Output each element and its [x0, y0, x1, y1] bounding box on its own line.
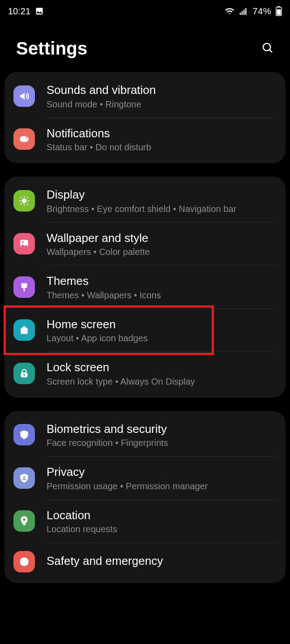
svg-line-9 — [269, 50, 272, 52]
settings-item-display[interactable]: Display Brightness • Eye comfort shield … — [4, 179, 286, 222]
svg-point-23 — [22, 242, 24, 243]
settings-item-title: Lock screen — [47, 360, 276, 375]
settings-item-title: Safety and emergency — [47, 554, 276, 568]
settings-group: Sounds and vibration Sound mode • Ringto… — [4, 72, 286, 163]
settings-list: Sounds and vibration Sound mode • Ringto… — [0, 72, 290, 583]
settings-item-biometrics[interactable]: Biometrics and security Face recognition… — [4, 414, 286, 457]
settings-item-lock-screen[interactable]: Lock screen Screen lock type • Always On… — [4, 352, 286, 395]
page-title: Settings — [16, 38, 87, 59]
status-time: 10:21 — [8, 6, 30, 17]
svg-rect-1 — [240, 13, 241, 15]
lock-icon — [13, 363, 35, 384]
settings-item-subtitle: Wallpapers • Color palette — [47, 247, 276, 257]
svg-point-30 — [20, 557, 29, 566]
svg-point-8 — [263, 43, 270, 51]
svg-rect-2 — [242, 11, 243, 15]
wifi-icon — [225, 6, 235, 16]
settings-item-subtitle: Location requests — [47, 524, 276, 534]
sun-icon — [13, 190, 35, 212]
picture-indicator-icon — [35, 7, 44, 16]
settings-item-safety[interactable]: Safety and emergency — [4, 543, 286, 580]
bell-icon — [13, 128, 35, 150]
svg-rect-3 — [243, 10, 245, 15]
settings-item-subtitle: Screen lock type • Always On Display — [47, 377, 276, 387]
shield-icon — [13, 424, 35, 445]
settings-item-subtitle: Permission usage • Permission manager — [47, 481, 276, 491]
svg-point-13 — [22, 198, 27, 203]
settings-item-home-screen[interactable]: Home screen Layout • App icon badges — [4, 309, 286, 352]
svg-point-29 — [23, 518, 25, 521]
settings-item-title: Notifications — [47, 126, 276, 141]
settings-item-subtitle: Themes • Wallpapers • Icons — [47, 290, 276, 301]
battery-percentage: 74% — [252, 6, 271, 17]
settings-item-subtitle: Face recognition • Fingerprints — [47, 438, 276, 448]
settings-item-sounds[interactable]: Sounds and vibration Sound mode • Ringto… — [4, 75, 286, 118]
picture-icon — [13, 233, 35, 254]
home-icon — [13, 319, 35, 341]
settings-header: Settings — [0, 22, 290, 72]
settings-item-themes[interactable]: Themes Themes • Wallpapers • Icons — [4, 266, 286, 309]
settings-item-title: Display — [47, 187, 276, 202]
privacy-icon — [13, 467, 35, 489]
status-bar: 10:21 74% — [0, 0, 290, 22]
search-button[interactable] — [258, 39, 277, 59]
settings-item-title: Biometrics and security — [47, 422, 276, 436]
battery-icon — [276, 6, 282, 16]
settings-item-title: Wallpaper and style — [47, 231, 276, 246]
settings-item-title: Home screen — [47, 317, 276, 332]
sos-icon — [13, 551, 35, 572]
location-icon — [13, 510, 35, 532]
settings-item-location[interactable]: Location Location requests — [4, 500, 286, 543]
settings-item-title: Privacy — [47, 465, 276, 479]
svg-rect-7 — [277, 9, 281, 15]
settings-item-subtitle: Layout • App icon badges — [47, 333, 276, 343]
svg-rect-27 — [24, 375, 25, 376]
settings-item-title: Location — [47, 508, 276, 523]
svg-point-28 — [23, 476, 25, 478]
settings-item-notifications[interactable]: Notifications Status bar • Do not distur… — [4, 118, 286, 161]
settings-group: Display Brightness • Eye comfort shield … — [4, 177, 286, 398]
svg-rect-4 — [246, 8, 247, 15]
signal-icon — [239, 7, 248, 16]
settings-group: Biometrics and security Face recognition… — [4, 411, 286, 584]
svg-line-19 — [27, 203, 28, 204]
svg-line-20 — [21, 203, 21, 204]
settings-item-subtitle: Sound mode • Ringtone — [47, 99, 276, 110]
settings-item-title: Sounds and vibration — [47, 83, 276, 97]
svg-line-21 — [27, 197, 28, 198]
speaker-icon — [13, 85, 35, 107]
settings-item-wallpaper[interactable]: Wallpaper and style Wallpapers • Color p… — [4, 223, 286, 266]
svg-line-18 — [21, 197, 21, 198]
settings-item-subtitle: Status bar • Do not disturb — [47, 142, 276, 153]
svg-point-12 — [26, 137, 27, 138]
brush-icon — [13, 276, 35, 298]
search-icon — [261, 41, 274, 56]
settings-item-title: Themes — [47, 274, 276, 288]
svg-rect-24 — [23, 288, 25, 292]
settings-item-subtitle: Brightness • Eye comfort shield • Naviga… — [47, 204, 276, 214]
settings-item-privacy[interactable]: Privacy Permission usage • Permission ma… — [4, 457, 286, 500]
